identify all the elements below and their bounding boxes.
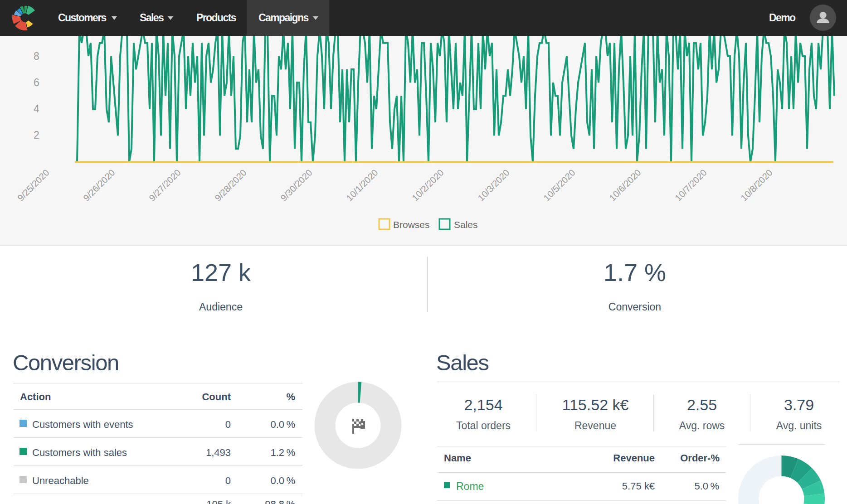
svg-text:4: 4 <box>34 103 39 115</box>
svg-text:10/8/2020: 10/8/2020 <box>739 167 774 203</box>
svg-text:10/1/2020: 10/1/2020 <box>344 167 380 203</box>
svg-text:9/25/2020: 9/25/2020 <box>15 167 51 203</box>
svg-text:10/2/2020: 10/2/2020 <box>410 167 445 203</box>
svg-text:10/3/2020: 10/3/2020 <box>476 167 511 203</box>
svg-text:9/28/2020: 9/28/2020 <box>213 167 248 203</box>
svg-text:9/30/2020: 9/30/2020 <box>278 167 314 203</box>
svg-text:Browses: Browses <box>393 219 430 230</box>
svg-text:2: 2 <box>34 129 39 141</box>
svg-text:Sales: Sales <box>454 219 478 230</box>
svg-text:10/6/2020: 10/6/2020 <box>607 167 643 203</box>
svg-text:10/7/2020: 10/7/2020 <box>673 167 708 203</box>
svg-text:10/5/2020: 10/5/2020 <box>541 167 577 203</box>
svg-text:8: 8 <box>34 50 39 62</box>
svg-text:6: 6 <box>34 77 39 88</box>
svg-text:9/27/2020: 9/27/2020 <box>147 167 182 203</box>
svg-text:9/26/2020: 9/26/2020 <box>81 167 117 203</box>
